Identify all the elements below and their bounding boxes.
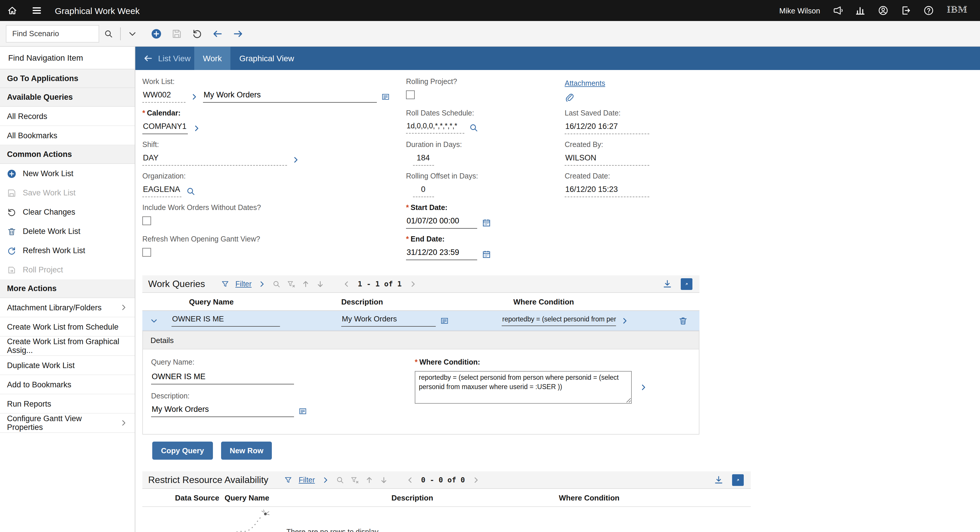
include-work-orders-checkbox[interactable] xyxy=(142,217,151,225)
tab-bar: List View Work Graphical View xyxy=(135,47,980,70)
sidebar-item-add-to-bookmarks[interactable]: Add to Bookmarks xyxy=(0,375,135,394)
row-where-condition[interactable]: reportedby = (select personid from pers xyxy=(502,315,616,326)
sidebar-item-duplicate-work-list[interactable]: Duplicate Work List xyxy=(0,356,135,375)
search-icon[interactable] xyxy=(99,24,118,43)
where-detail-menu[interactable] xyxy=(640,383,648,392)
sidebar-item-run-reports[interactable]: Run Reports xyxy=(0,394,135,414)
user-name[interactable]: Mike Wilson xyxy=(780,6,820,15)
sidebar-item-all-records[interactable]: All Records xyxy=(0,107,135,126)
profile-icon[interactable] xyxy=(878,5,888,16)
sidebar-section-common-actions[interactable]: Common Actions xyxy=(0,145,135,164)
filter-link[interactable]: Filter xyxy=(299,476,315,484)
sidebar-item-delete-work-list[interactable]: Delete Work List xyxy=(0,221,135,241)
sidebar-item-label: Save Work List xyxy=(23,188,76,197)
long-description-icon[interactable] xyxy=(382,92,390,100)
navigate-back-button[interactable] xyxy=(212,28,223,39)
tab-work[interactable]: Work xyxy=(194,47,231,70)
magnifier-icon[interactable] xyxy=(186,186,196,196)
sidebar-item-attachment-library[interactable]: Attachment Library/Folders xyxy=(0,298,135,317)
chevron-down-icon[interactable] xyxy=(123,24,142,43)
work-list-detail-menu[interactable] xyxy=(190,92,198,100)
sidebar-item-new-work-list[interactable]: New Work List xyxy=(0,164,135,183)
expand-filter-icon[interactable] xyxy=(258,280,266,288)
rolling-project-checkbox[interactable] xyxy=(406,91,415,99)
undo-changes-button[interactable] xyxy=(192,28,202,39)
sidebar-item-all-bookmarks[interactable]: All Bookmarks xyxy=(0,126,135,145)
move-row-down-icon[interactable] xyxy=(317,280,325,288)
sidebar-section-available-queries[interactable]: Available Queries xyxy=(0,88,135,107)
work-list-description-input[interactable] xyxy=(203,91,377,103)
field-label: Rolling Project? xyxy=(406,78,565,86)
table-search-icon[interactable] xyxy=(336,476,344,484)
tab-graphical-view[interactable]: Graphical View xyxy=(231,47,303,70)
chart-icon[interactable] xyxy=(855,5,865,16)
back-to-list-view[interactable]: List View xyxy=(135,47,194,70)
refresh-gantt-checkbox[interactable] xyxy=(142,248,151,256)
start-date-input[interactable] xyxy=(406,217,477,229)
last-saved-value: 16/12/20 16:27 xyxy=(565,122,649,134)
sidebar-item-create-from-graphical[interactable]: Create Work List from Graphical Assig... xyxy=(0,336,135,356)
long-description-icon[interactable] xyxy=(441,317,449,325)
new-row-button[interactable]: New Row xyxy=(221,441,272,460)
calendar-icon[interactable] xyxy=(482,249,491,259)
magnifier-icon[interactable] xyxy=(469,123,478,132)
clear-filter-icon[interactable] xyxy=(287,280,296,288)
long-description-icon[interactable] xyxy=(299,407,307,415)
download-icon[interactable] xyxy=(663,279,672,288)
work-queries-header-row: Query Name Description Where Condition xyxy=(142,293,699,311)
attachments-link[interactable]: Attachments xyxy=(565,79,605,88)
new-scenario-button[interactable] xyxy=(151,28,162,39)
where-condition-textarea[interactable]: reportedby = (select personid from perso… xyxy=(415,371,632,404)
field-label: Query Name: xyxy=(151,358,415,366)
sidebar-section-more-actions[interactable]: More Actions xyxy=(0,279,135,298)
arrow-left-icon xyxy=(143,54,153,63)
collapse-row-icon[interactable] xyxy=(142,317,165,325)
announcement-icon[interactable] xyxy=(832,5,843,16)
copy-query-button[interactable]: Copy Query xyxy=(152,441,213,460)
next-page-icon[interactable] xyxy=(409,280,417,288)
sidebar-item-create-from-schedule[interactable]: Create Work List from Schedule xyxy=(0,317,135,336)
previous-page-icon[interactable] xyxy=(406,476,414,484)
clear-filter-icon[interactable] xyxy=(351,476,359,484)
calendar-value[interactable]: COMPANY1 xyxy=(142,122,188,134)
chevron-right-icon xyxy=(119,419,128,427)
filter-funnel-icon[interactable] xyxy=(284,476,292,484)
where-detail-menu[interactable] xyxy=(620,317,629,325)
trash-icon xyxy=(7,227,16,236)
paperclip-icon[interactable] xyxy=(565,93,574,102)
navigate-forward-button[interactable] xyxy=(233,28,243,39)
calendar-detail-menu[interactable] xyxy=(192,124,200,132)
row-description[interactable]: My Work Orders xyxy=(341,314,436,327)
maximize-table-icon[interactable] xyxy=(681,278,692,290)
move-row-up-icon[interactable] xyxy=(365,476,373,484)
move-row-up-icon[interactable] xyxy=(302,280,310,288)
sign-out-icon[interactable] xyxy=(900,5,911,16)
required-indicator: * xyxy=(415,358,418,366)
download-icon[interactable] xyxy=(714,475,723,484)
calendar-icon[interactable] xyxy=(482,218,491,227)
maximize-table-icon[interactable] xyxy=(732,474,744,486)
previous-page-icon[interactable] xyxy=(343,280,351,288)
delete-row-icon[interactable] xyxy=(678,316,687,325)
end-date-input[interactable] xyxy=(406,248,477,260)
row-query-name[interactable]: OWNER IS ME xyxy=(172,314,280,327)
expand-filter-icon[interactable] xyxy=(321,476,329,484)
shift-detail-menu[interactable] xyxy=(292,156,300,164)
filter-link[interactable]: Filter xyxy=(235,280,252,288)
move-row-down-icon[interactable] xyxy=(380,476,388,484)
filter-funnel-icon[interactable] xyxy=(221,280,229,288)
work-query-row[interactable]: OWNER IS ME My Work Orders reportedby = … xyxy=(142,311,699,331)
details-query-name-input[interactable] xyxy=(151,372,294,384)
sidebar-item-clear-changes[interactable]: Clear Changes xyxy=(0,202,135,221)
help-icon[interactable] xyxy=(923,5,934,16)
sidebar-item-configure-gantt[interactable]: Configure Gantt View Properties xyxy=(0,414,135,433)
next-page-icon[interactable] xyxy=(472,476,480,484)
find-scenario-input[interactable] xyxy=(6,25,99,42)
home-button[interactable] xyxy=(0,0,24,21)
find-navigation-input[interactable] xyxy=(7,53,128,63)
sidebar-item-refresh-work-list[interactable]: Refresh Work List xyxy=(0,241,135,260)
menu-button[interactable] xyxy=(24,0,49,21)
details-description-input[interactable] xyxy=(151,405,294,417)
table-search-icon[interactable] xyxy=(273,280,281,288)
sidebar-item-go-to-applications[interactable]: Go To Applications xyxy=(0,69,135,88)
